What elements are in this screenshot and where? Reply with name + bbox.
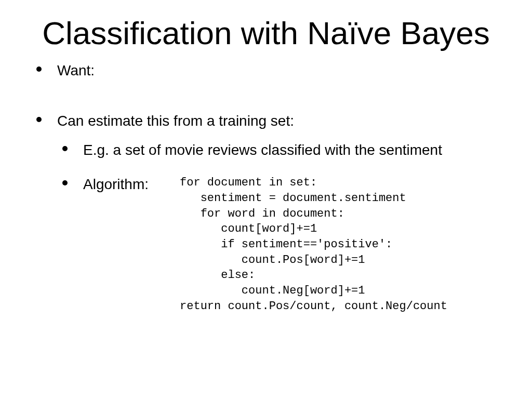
bullet-icon — [36, 117, 42, 122]
bullet-icon — [36, 66, 42, 72]
algorithm-row: Algorithm: for document in set: sentimen… — [83, 175, 501, 314]
algorithm-label: Algorithm: — [83, 175, 180, 194]
bullet-icon — [62, 180, 68, 185]
slide-title: Classification with Naïve Bayes — [31, 16, 501, 51]
slide: Classification with Naïve Bayes Want: Ca… — [0, 0, 532, 399]
bullet-estimate-text: Can estimate this from a training set: — [57, 113, 294, 129]
bullet-list: Want: Can estimate this from a training … — [31, 61, 501, 314]
bullet-want-text: Want: — [57, 62, 95, 78]
bullet-estimate: Can estimate this from a training set: E… — [31, 112, 501, 314]
sub-bullet-example: E.g. a set of movie reviews classified w… — [57, 141, 501, 159]
sub-bullet-algorithm: Algorithm: for document in set: sentimen… — [57, 175, 501, 314]
sub-bullet-example-text: E.g. a set of movie reviews classified w… — [83, 142, 442, 158]
bullet-icon — [62, 146, 68, 151]
bullet-want: Want: — [31, 61, 501, 80]
sub-bullet-list: E.g. a set of movie reviews classified w… — [57, 141, 501, 314]
algorithm-code: for document in set: sentiment = documen… — [180, 175, 447, 314]
